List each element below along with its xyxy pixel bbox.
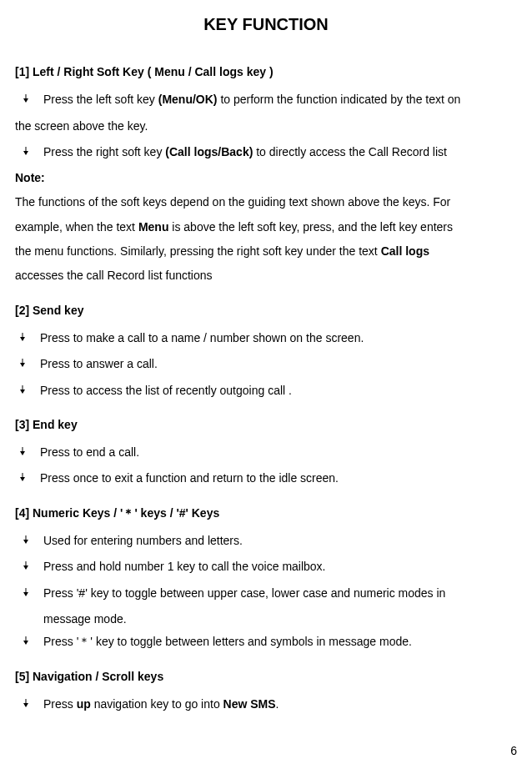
section-5-heading: [5] Navigation / Scroll keys bbox=[15, 666, 517, 688]
bullet-arrow-icon bbox=[18, 379, 40, 394]
bold-call-logs-back: (Call logs/Back) bbox=[165, 145, 253, 158]
sec3-bullet-1: Press to end a call. bbox=[17, 441, 517, 464]
sec1-b1-continuation: the screen above the key. bbox=[15, 115, 517, 138]
section-2-heading: [2] Send key bbox=[15, 299, 517, 322]
sec4-b3-continuation: message mode. bbox=[43, 608, 517, 631]
text-part: . bbox=[276, 697, 279, 711]
section-1-heading: [1] Left / Right Soft Key ( Menu / Call … bbox=[15, 61, 517, 83]
sec2-bullet-2: Press to answer a call. bbox=[17, 353, 517, 375]
bold-new-sms: New SMS bbox=[223, 697, 276, 711]
sec4-b2-text: Press and hold number 1 key to call the … bbox=[43, 555, 517, 578]
sec4-b1-text: Used for entering numbers and letters. bbox=[43, 530, 517, 552]
sec1-bullet-2: Press the right soft key (Call logs/Back… bbox=[17, 141, 517, 163]
sec1-bullet-1: Press the left soft key (Menu/OK) to per… bbox=[17, 88, 517, 111]
sec3-bullet-2: Press once to exit a function and return… bbox=[17, 467, 517, 490]
text-part: to directly access the Call Record list bbox=[253, 145, 447, 158]
note-line3: the menu functions. Similarly, pressing … bbox=[15, 240, 517, 263]
bullet-arrow-icon bbox=[22, 582, 43, 596]
sec3-b1-text: Press to end a call. bbox=[40, 441, 517, 464]
bullet-arrow-icon bbox=[18, 327, 40, 341]
text-part: Press bbox=[43, 697, 77, 711]
text-part: the menu functions. Similarly, pressing … bbox=[15, 244, 381, 258]
sec2-b1-text: Press to make a call to a name / number … bbox=[40, 327, 517, 349]
bold-up: up bbox=[77, 697, 91, 711]
bullet-arrow-icon bbox=[18, 467, 40, 481]
sec4-bullet-2: Press and hold number 1 key to call the … bbox=[17, 555, 517, 578]
sec2-bullet-1: Press to make a call to a name / number … bbox=[17, 327, 517, 349]
sec4-b4-text: Press '＊' key to toggle between letters … bbox=[43, 631, 517, 653]
note-label-bold: Note: bbox=[15, 171, 45, 184]
note-line4: accesses the call Record list functions bbox=[15, 264, 517, 287]
bullet-arrow-icon bbox=[22, 631, 43, 645]
sec1-b1-text: Press the left soft key (Menu/OK) to per… bbox=[43, 88, 517, 111]
sec2-b3-text: Press to access the list of recently out… bbox=[40, 379, 517, 402]
note-line2: example, when the text Menu is above the… bbox=[15, 216, 517, 239]
bold-call-logs: Call logs bbox=[381, 244, 429, 258]
text-part: Press the right soft key bbox=[43, 145, 165, 158]
bullet-arrow-icon bbox=[18, 441, 40, 455]
sec5-bullet-1: Press up navigation key to go into New S… bbox=[17, 693, 517, 716]
text-part: to perform the function indicated by the… bbox=[218, 93, 461, 106]
page-number: 6 bbox=[510, 740, 517, 762]
sec5-b1-text: Press up navigation key to go into New S… bbox=[43, 693, 517, 716]
sec4-b3-text: Press '#' key to toggle between upper ca… bbox=[43, 582, 517, 605]
sec4-bullet-3: Press '#' key to toggle between upper ca… bbox=[17, 582, 517, 605]
text-part: Press the left soft key bbox=[43, 93, 158, 106]
section-4-heading: [4] Numeric Keys / '＊' keys / '#' Keys bbox=[15, 502, 517, 525]
bold-menu: Menu bbox=[138, 220, 169, 234]
bullet-arrow-icon bbox=[22, 530, 43, 544]
text-part: is above the left soft key, press, and t… bbox=[168, 220, 453, 234]
bullet-arrow-icon bbox=[22, 693, 43, 707]
sec4-bullet-4: Press '＊' key to toggle between letters … bbox=[17, 631, 517, 653]
page-title: KEY FUNCTION bbox=[15, 8, 517, 41]
sec4-bullet-1: Used for entering numbers and letters. bbox=[17, 530, 517, 552]
sec2-bullet-3: Press to access the list of recently out… bbox=[17, 379, 517, 402]
sec1-b2-text: Press the right soft key (Call logs/Back… bbox=[43, 141, 517, 163]
section-3-heading: [3] End key bbox=[15, 414, 517, 436]
bullet-arrow-icon bbox=[22, 555, 43, 570]
sec3-b2-text: Press once to exit a function and return… bbox=[40, 467, 517, 490]
text-part: example, when the text bbox=[15, 220, 138, 234]
bullet-arrow-icon bbox=[22, 88, 43, 103]
sec2-b2-text: Press to answer a call. bbox=[40, 353, 517, 375]
bold-menu-ok: (Menu/OK) bbox=[158, 93, 218, 106]
bullet-arrow-icon bbox=[18, 353, 40, 367]
note-line1: The functions of the soft keys depend on… bbox=[15, 191, 517, 214]
note-label: Note: bbox=[15, 167, 517, 189]
text-part: navigation key to go into bbox=[91, 697, 223, 711]
bullet-arrow-icon bbox=[22, 141, 43, 155]
